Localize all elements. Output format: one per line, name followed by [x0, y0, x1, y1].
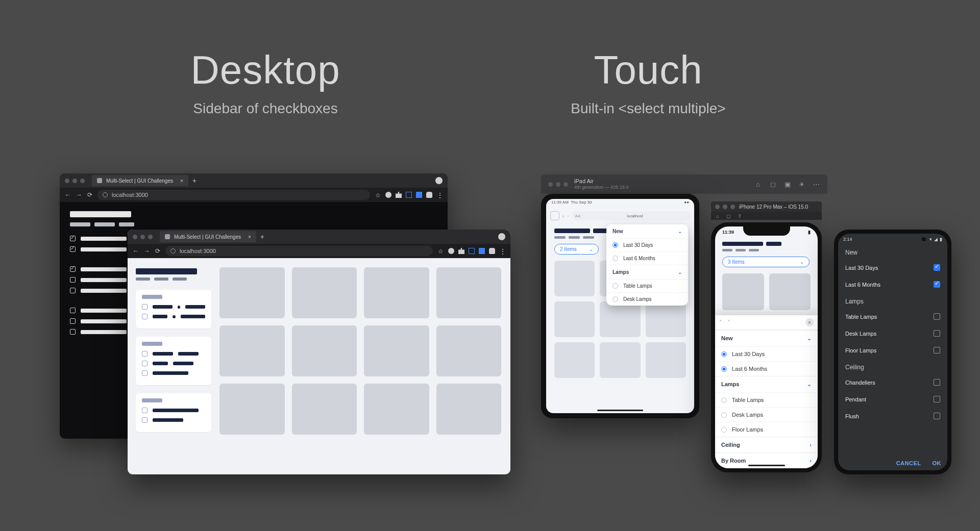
theme-toggle-icon[interactable]: [385, 192, 391, 198]
result-tile[interactable]: [436, 325, 502, 376]
result-tile[interactable]: [769, 273, 811, 310]
reader-icon[interactable]: AA: [572, 214, 581, 218]
share-icon[interactable]: ⇪: [738, 213, 742, 219]
checkbox[interactable]: [142, 351, 148, 357]
devtools-icon[interactable]: [469, 248, 475, 254]
result-tile[interactable]: [646, 301, 686, 337]
checkbox[interactable]: [142, 361, 148, 366]
select-popover[interactable]: New ⌄ Last 30 Days Last 6 Months Lamps ⌄…: [606, 224, 688, 306]
screenshot-icon[interactable]: ◻: [726, 213, 730, 219]
android-option[interactable]: Last 6 Months: [838, 276, 947, 293]
android-option[interactable]: Desk Lamps: [838, 325, 947, 342]
reload-icon[interactable]: ⟳: [155, 247, 160, 255]
safari-address-bar[interactable]: AA localhost: [572, 211, 690, 220]
site-info-icon[interactable]: [170, 248, 176, 254]
popover-option[interactable]: Last 6 Months: [606, 251, 688, 265]
appearance-icon[interactable]: ☀: [799, 181, 806, 188]
home-icon[interactable]: ⌂: [716, 213, 719, 219]
forward-icon[interactable]: →: [144, 247, 150, 255]
tab-close-icon[interactable]: ×: [248, 234, 251, 240]
sheet-section-header[interactable]: New ⌄: [715, 330, 818, 346]
result-tile[interactable]: [364, 325, 429, 376]
back-icon[interactable]: ‹: [562, 213, 564, 219]
result-tile[interactable]: [219, 384, 285, 435]
result-tile[interactable]: [646, 342, 686, 378]
window-menu-icon[interactable]: [435, 177, 443, 184]
window-traffic-lights[interactable]: [548, 182, 568, 187]
select-summary-pill[interactable]: 3 Items: [722, 257, 810, 267]
extensions-icon[interactable]: [396, 192, 402, 198]
checkbox[interactable]: [142, 417, 148, 423]
extensions-icon[interactable]: [458, 248, 464, 254]
back-icon[interactable]: ←: [133, 247, 139, 255]
checkbox[interactable]: [70, 277, 76, 283]
mic-icon[interactable]: [426, 192, 432, 198]
sheet-section-header[interactable]: Ceiling ›: [715, 437, 818, 452]
browser-tab[interactable]: Multi-Select | GUI Challenges ×: [92, 175, 188, 186]
checkbox[interactable]: [70, 246, 76, 252]
home-indicator[interactable]: [597, 410, 643, 411]
rotate-icon[interactable]: ▣: [785, 181, 792, 188]
window-traffic-lights[interactable]: [65, 179, 85, 183]
checkbox[interactable]: [142, 370, 148, 376]
select-sheet[interactable]: ˄ ˅ × New ⌄ Last 30 Days Last 6 Months L…: [715, 315, 818, 468]
popover-option[interactable]: Table Lamps: [606, 279, 688, 292]
checkbox[interactable]: [142, 408, 148, 413]
browser-menu-icon[interactable]: ⋮: [436, 192, 443, 198]
result-tile[interactable]: [292, 267, 357, 318]
back-icon[interactable]: ←: [65, 191, 71, 198]
window-menu-icon[interactable]: [498, 233, 505, 240]
result-tile[interactable]: [554, 261, 595, 296]
checkbox[interactable]: [70, 236, 76, 241]
theme-toggle-icon[interactable]: [448, 248, 454, 254]
android-option[interactable]: Flush: [838, 408, 947, 424]
result-tile[interactable]: [364, 384, 429, 435]
result-tile[interactable]: [436, 267, 502, 318]
new-tab-button[interactable]: +: [260, 233, 264, 241]
new-tab-button[interactable]: +: [192, 176, 197, 185]
reload-icon[interactable]: ⟳: [87, 191, 92, 198]
result-tile[interactable]: [436, 384, 502, 435]
forward-icon[interactable]: ›: [567, 213, 569, 219]
browser-tab[interactable]: Multi-Select | GUI Challenges ×: [160, 231, 256, 242]
result-tile[interactable]: [722, 273, 764, 310]
result-tile[interactable]: [292, 384, 357, 435]
sheet-option[interactable]: Table Lamps: [715, 392, 818, 407]
forward-icon[interactable]: →: [76, 191, 82, 198]
result-tile[interactable]: [554, 301, 595, 337]
android-option[interactable]: Last 30 Days: [838, 259, 947, 276]
sheet-option[interactable]: Desk Lamps: [715, 407, 818, 422]
bookmark-icon[interactable]: ☆: [438, 248, 444, 254]
close-sheet-button[interactable]: ×: [805, 318, 814, 326]
prev-icon[interactable]: ˄: [719, 319, 722, 326]
result-tile[interactable]: [219, 325, 285, 376]
checkbox[interactable]: [70, 288, 76, 293]
checkbox[interactable]: [70, 318, 76, 324]
sidebar-toggle-icon[interactable]: [550, 211, 559, 220]
result-tile[interactable]: [600, 342, 640, 378]
checkbox[interactable]: [70, 266, 76, 272]
sheet-section-header[interactable]: Lamps ⌄: [715, 376, 818, 392]
popover-option[interactable]: Last 30 Days: [606, 238, 688, 251]
browser-menu-icon[interactable]: ⋮: [499, 248, 505, 254]
checkbox[interactable]: [70, 329, 76, 335]
checkbox[interactable]: [70, 308, 76, 313]
mic-icon[interactable]: [489, 248, 495, 254]
tab-close-icon[interactable]: ×: [180, 178, 183, 184]
window-traffic-lights[interactable]: [715, 205, 735, 209]
home-icon[interactable]: ⌂: [756, 181, 763, 188]
next-icon[interactable]: ˅: [727, 319, 730, 326]
checkbox[interactable]: [142, 304, 148, 310]
checkbox[interactable]: [142, 314, 148, 319]
popover-section-header[interactable]: New ⌄: [606, 224, 688, 238]
result-tile[interactable]: [554, 342, 595, 378]
devtools-icon[interactable]: [406, 192, 412, 198]
panel-icon[interactable]: [416, 192, 422, 198]
panel-icon[interactable]: [479, 248, 485, 254]
home-indicator[interactable]: [748, 465, 785, 466]
android-option[interactable]: Floor Lamps: [838, 342, 947, 359]
site-info-icon[interactable]: [103, 192, 108, 197]
sheet-option[interactable]: Last 30 Days: [715, 346, 818, 361]
cancel-button[interactable]: CANCEL: [896, 460, 921, 466]
android-option[interactable]: Chandeliers: [838, 374, 947, 391]
